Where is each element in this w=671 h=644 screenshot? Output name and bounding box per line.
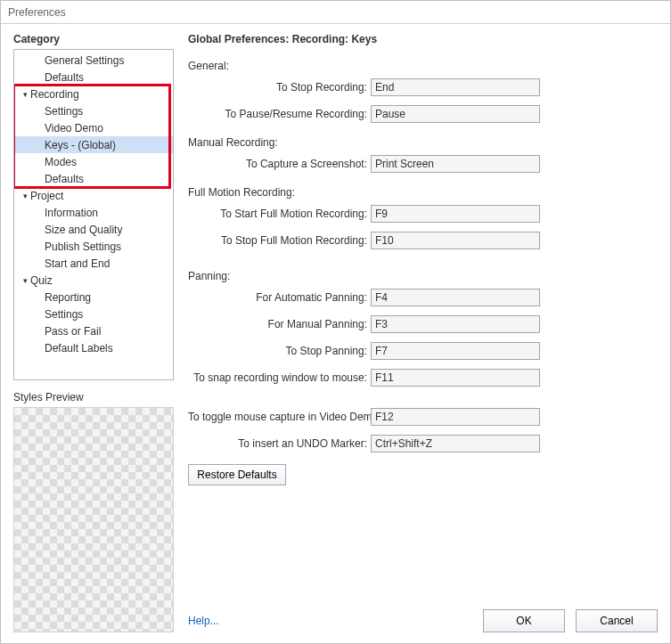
window-title: Preferences: [1, 1, 670, 24]
tree-item-recording-keys[interactable]: Keys - (Global): [14, 136, 173, 153]
tree-label: Project: [30, 190, 63, 202]
tree-item-recording-settings[interactable]: Settings: [14, 102, 173, 119]
tree-label: Pass or Fail: [45, 325, 101, 338]
tree-item-quiz-default-labels[interactable]: Default Labels: [14, 339, 173, 356]
tree-item-quiz-settings[interactable]: Settings: [14, 306, 173, 322]
label-pause-resume: To Pause/Resume Recording:: [188, 108, 371, 120]
left-column: Category General Settings Defaults ▾Reco…: [13, 33, 174, 632]
section-manual: Manual Recording:: [188, 136, 658, 149]
panel-title: Global Preferences: Recording: Keys: [188, 33, 658, 45]
right-column: Global Preferences: Recording: Keys Gene…: [188, 33, 658, 632]
tree-label: Reporting: [45, 291, 91, 304]
tree-item-quiz-pass-fail[interactable]: Pass or Fail: [14, 322, 173, 339]
tree-label: Settings: [45, 308, 83, 321]
input-stop-full-motion[interactable]: [371, 232, 540, 249]
tree-label: Modes: [45, 156, 77, 168]
tree-label: Size and Quality: [45, 224, 122, 236]
tree-item-project[interactable]: ▾Project: [14, 187, 173, 204]
content-area: Category General Settings Defaults ▾Reco…: [1, 24, 670, 643]
tree-item-project-size-quality[interactable]: Size and Quality: [14, 221, 173, 238]
tree-label: Default Labels: [45, 342, 113, 355]
help-link[interactable]: Help...: [188, 615, 219, 627]
section-general: General:: [188, 60, 658, 72]
label-capture-screenshot: To Capture a Screenshot:: [188, 158, 371, 170]
tree-label: Settings: [45, 105, 83, 118]
tree-label: Start and End: [45, 257, 110, 270]
section-panning: Panning:: [188, 270, 658, 282]
chevron-down-icon: ▾: [20, 276, 30, 285]
tree-item-recording-modes[interactable]: Modes: [14, 153, 173, 170]
label-toggle-mouse-capture: To toggle mouse capture in Video Demo:: [188, 411, 371, 423]
tree-item-defaults[interactable]: Defaults: [14, 69, 173, 86]
label-stop-panning: To Stop Panning:: [188, 345, 371, 357]
input-stop-recording[interactable]: [371, 78, 540, 96]
tree-label: Defaults: [45, 71, 84, 84]
tree-label: Recording: [30, 88, 79, 101]
chevron-down-icon: ▾: [20, 192, 30, 200]
tree-item-project-information[interactable]: Information: [14, 204, 173, 221]
tree-item-recording-video-demo[interactable]: Video Demo: [14, 119, 173, 136]
tree-item-general-settings[interactable]: General Settings: [14, 52, 173, 69]
input-auto-panning[interactable]: [371, 289, 540, 306]
tree-label: Defaults: [45, 173, 84, 185]
chevron-down-icon: ▾: [20, 90, 30, 99]
input-toggle-mouse-capture[interactable]: [371, 408, 540, 426]
dialog-footer: Help... OK Cancel: [188, 600, 658, 632]
label-manual-panning: For Manual Panning:: [188, 318, 371, 330]
category-header: Category: [13, 33, 174, 45]
label-stop-recording: To Stop Recording:: [188, 81, 371, 94]
tree-label: Publish Settings: [45, 240, 121, 253]
input-manual-panning[interactable]: [371, 315, 540, 333]
tree-item-quiz[interactable]: ▾Quiz: [14, 272, 173, 289]
label-stop-full-motion: To Stop Full Motion Recording:: [188, 234, 371, 247]
styles-preview-label: Styles Preview: [13, 391, 174, 404]
label-undo-marker: To insert an UNDO Marker:: [188, 437, 371, 450]
tree-item-project-publish-settings[interactable]: Publish Settings: [14, 238, 173, 255]
input-snap-window[interactable]: [371, 369, 540, 387]
input-stop-panning[interactable]: [371, 342, 540, 360]
label-auto-panning: For Automatic Panning:: [188, 291, 371, 304]
input-start-full-motion[interactable]: [371, 205, 540, 223]
label-start-full-motion: To Start Full Motion Recording:: [188, 208, 371, 220]
tree-item-recording-defaults[interactable]: Defaults: [14, 170, 173, 187]
restore-defaults-button[interactable]: Restore Defaults: [188, 464, 286, 485]
input-undo-marker[interactable]: [371, 435, 540, 452]
tree-label: Information: [45, 207, 98, 219]
input-capture-screenshot[interactable]: [371, 155, 540, 173]
tree-label: Keys - (Global): [45, 139, 116, 151]
tree-label: General Settings: [45, 54, 124, 67]
tree-item-recording[interactable]: ▾Recording: [14, 86, 173, 102]
tree-item-quiz-reporting[interactable]: Reporting: [14, 289, 173, 306]
tree-label: Quiz: [30, 274, 53, 287]
tree-label: Video Demo: [45, 122, 103, 135]
category-tree[interactable]: General Settings Defaults ▾Recording Set…: [13, 49, 174, 380]
label-snap-window: To snap recording window to mouse:: [188, 371, 371, 384]
cancel-button[interactable]: Cancel: [576, 609, 658, 632]
tree-item-project-start-end[interactable]: Start and End: [14, 255, 173, 272]
ok-button[interactable]: OK: [483, 609, 565, 632]
section-full-motion: Full Motion Recording:: [188, 186, 658, 199]
preferences-window: Preferences Category General Settings De…: [0, 0, 671, 644]
input-pause-resume[interactable]: [371, 105, 540, 123]
styles-preview-panel: [13, 407, 174, 632]
